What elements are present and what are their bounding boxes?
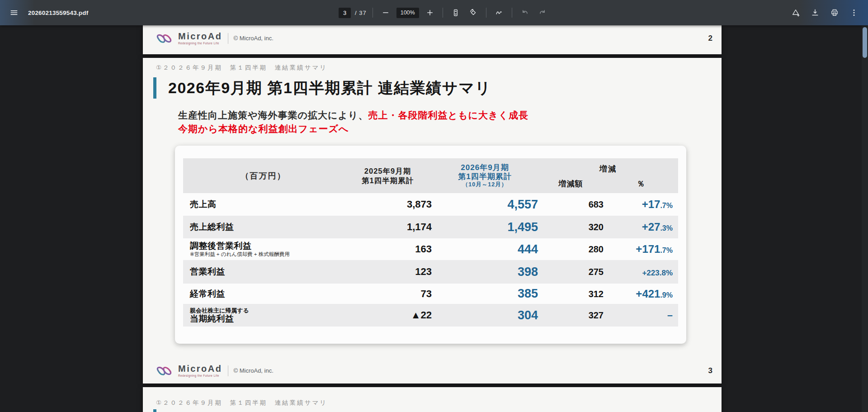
page-count-label: / 37 (355, 9, 367, 16)
section-eyebrow: ①２０２６年９月期 第１四半期 連結業績サマリ (156, 64, 327, 72)
title-accent-bar (153, 409, 156, 412)
microad-logo-icon (154, 365, 175, 377)
change-amount-value: 280 (538, 245, 604, 254)
pdf-toolbar: 20260213559543.pdf 3 / 37 100% (0, 0, 868, 25)
percent-main: +17 (642, 198, 660, 210)
change-percent-value: +27.3% (604, 222, 678, 232)
footer-divider (228, 33, 228, 44)
prev-value: 123 (344, 267, 432, 277)
zoom-out-button[interactable] (379, 6, 392, 19)
percent-main: +171 (636, 243, 660, 255)
fit-to-page-button[interactable] (449, 6, 462, 19)
current-value: 385 (432, 288, 538, 300)
row-label-cell: 売上高 (183, 199, 344, 209)
current-period-line2: 第1四半期累計 (458, 172, 511, 181)
row-label-cell: 経常利益 (183, 289, 344, 299)
menu-icon[interactable] (7, 6, 21, 19)
row-label: 経常利益 (190, 289, 344, 299)
slide-title: 2026年9月期 第1四半期累計 連結業績サマリ (168, 77, 491, 99)
scrollbar-thumb[interactable] (863, 27, 867, 58)
current-value: 444 (432, 243, 538, 256)
slide-page-number: 2 (708, 34, 712, 43)
table-row-gross-profit: 売上総利益 1,174 1,495 320 +27.3% (183, 216, 678, 238)
percent-main: +27 (642, 221, 660, 233)
footer-divider (228, 365, 228, 376)
prev-value: 73 (344, 289, 432, 299)
title-accent-bar (153, 77, 156, 99)
change-percent-value: +17.7% (604, 199, 678, 210)
vertical-scrollbar[interactable] (862, 25, 868, 412)
change-amount-value: 683 (538, 200, 604, 209)
print-icon[interactable] (828, 6, 841, 19)
percent-plain: − (667, 310, 673, 321)
undo-button[interactable] (518, 6, 532, 19)
toolbar-divider (486, 8, 486, 18)
prev-value: 1,174 (344, 222, 432, 232)
zoom-in-button[interactable] (423, 6, 437, 19)
toolbar-divider (512, 8, 512, 18)
percent-sub: .7% (660, 246, 673, 254)
lead-red-text-2: 今期から本格的な利益創出フェーズへ (178, 123, 349, 134)
change-header: 増減 (538, 164, 678, 174)
section-eyebrow: ①２０２６年９月期 第１四半期 連結業績サマリ (156, 399, 327, 407)
microad-logo: MicroAd Redesigning the Future Life (154, 32, 222, 45)
microad-wordmark: MicroAd Redesigning the Future Life (178, 32, 222, 45)
row-label: 営業利益 (190, 267, 344, 277)
percent-sub: .9% (660, 291, 673, 299)
slide-page-number: 3 (708, 366, 712, 375)
redo-button[interactable] (536, 6, 549, 19)
rotate-button[interactable] (467, 6, 480, 19)
current-value: 1,495 (432, 221, 538, 233)
change-amount-value: 320 (538, 223, 604, 232)
table-row-adjusted-operating-profit: 調整後営業利益※営業利益 + のれん償却費 + 株式報酬費用 163 444 2… (183, 238, 678, 260)
row-label: 当期純利益 (190, 314, 344, 324)
prev-value: ▲22 (344, 310, 432, 320)
percent-sub: .3% (660, 224, 673, 232)
table-row-ordinary-profit: 経常利益 73 385 312 +421.9% (183, 284, 678, 304)
change-percent-value: − (604, 310, 678, 321)
unit-header: （百万円） (183, 158, 344, 193)
draw-annotate-icon[interactable] (492, 6, 506, 19)
more-options-icon[interactable] (847, 6, 861, 19)
change-header-group: 増減 増減額 ％ (538, 158, 678, 193)
row-label-cell: 営業利益 (183, 267, 344, 277)
save-to-drive-icon[interactable] (789, 6, 802, 19)
copyright-text: © MicroAd, inc. (234, 35, 274, 42)
copyright-text: © MicroAd, inc. (234, 367, 274, 374)
prev-value: 3,873 (344, 199, 432, 209)
microad-logo-icon (154, 33, 175, 44)
table-row-operating-profit: 営業利益 123 398 275 +223.8% (183, 260, 678, 284)
prev-period-header: 2025年9月期 第1四半期累計 (344, 158, 432, 193)
toolbar-left-group: 20260213559543.pdf (7, 0, 88, 25)
change-percent-header: ％ (604, 179, 678, 189)
page-number-input[interactable]: 3 (339, 8, 351, 18)
percent-plain: +223.8% (642, 269, 673, 277)
table-row-sales: 売上高 3,873 4,557 683 +17.7% (183, 193, 678, 216)
current-period-line3: （10月～12月） (462, 181, 507, 188)
lead-black-text: 生産性向上施策や海外事業の拡大により、 (178, 110, 368, 120)
lead-message: 生産性向上施策や海外事業の拡大により、売上・各段階利益ともに大きく成長 今期から… (178, 109, 528, 136)
microad-logo: MicroAd Redesigning the Future Life (154, 364, 222, 377)
prev-value: 163 (344, 244, 432, 254)
document-title: 20260213559543.pdf (28, 9, 88, 16)
download-icon[interactable] (808, 6, 822, 19)
pdf-page-2: MicroAd Redesigning the Future Life © Mi… (143, 25, 722, 54)
current-period-header: 2026年9月期 第1四半期累計 （10月～12月） (432, 158, 538, 193)
logo-tagline: Redesigning the Future Life (178, 374, 222, 377)
microad-wordmark: MicroAd Redesigning the Future Life (178, 364, 222, 377)
current-period-line1: 2026年9月期 (461, 163, 509, 172)
prev-period-line2: 第1四半期累計 (362, 176, 414, 185)
logo-text: MicroAd (178, 364, 222, 373)
row-label: 売上高 (190, 199, 344, 209)
logo-tagline: Redesigning the Future Life (178, 42, 222, 45)
lead-line-1: 生産性向上施策や海外事業の拡大により、売上・各段階利益ともに大きく成長 (178, 109, 528, 122)
results-table-card: （百万円） 2025年9月期 第1四半期累計 2026年9月期 第1四半期累計 … (175, 146, 686, 344)
toolbar-right-group (789, 0, 861, 25)
row-label: 調整後営業利益 (190, 241, 344, 251)
table-row-net-profit: 親会社株主に帰属する当期純利益 ▲22 304 327 − (183, 304, 678, 327)
current-value: 304 (432, 309, 538, 322)
row-label-pre: 親会社株主に帰属する (190, 307, 344, 314)
row-label-cell: 調整後営業利益※営業利益 + のれん償却費 + 株式報酬費用 (183, 241, 344, 257)
percent-sub: .7% (660, 202, 673, 209)
percent-main: +421 (636, 288, 660, 300)
